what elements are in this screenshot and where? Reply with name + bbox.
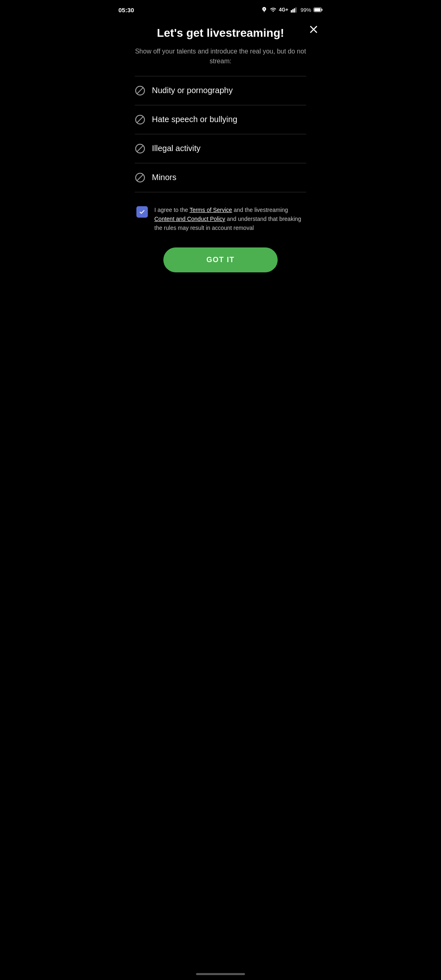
rule-item-nudity: Nudity or pornography — [135, 76, 306, 105]
agreement-middle: and the livestreaming — [232, 207, 288, 213]
agreement-checkbox[interactable] — [136, 206, 148, 218]
wifi-icon — [270, 7, 276, 13]
page-title: Let's get livestreaming! — [157, 26, 284, 40]
agreement-text: I agree to the Terms of Service and the … — [154, 205, 305, 233]
ban-icon-nudity — [135, 85, 145, 96]
svg-line-10 — [137, 87, 143, 94]
rule-item-hate: Hate speech or bullying — [135, 105, 306, 134]
svg-rect-1 — [292, 9, 294, 13]
svg-rect-2 — [294, 8, 295, 13]
ban-icon-minors — [135, 172, 145, 183]
close-icon — [309, 24, 318, 34]
rule-text-hate: Hate speech or bullying — [152, 115, 237, 124]
rule-text-illegal: Illegal activity — [152, 144, 200, 153]
page-subtitle: Show off your talents and introduce the … — [127, 47, 314, 66]
ban-icon-illegal — [135, 143, 145, 154]
rule-text-nudity: Nudity or pornography — [152, 86, 233, 95]
status-time: 05:30 — [118, 7, 134, 13]
tos-link[interactable]: Terms of Service — [189, 207, 232, 213]
alarm-icon — [261, 7, 267, 13]
rule-text-minors: Minors — [152, 173, 176, 182]
battery-icon — [314, 7, 323, 12]
policy-link[interactable]: Content and Conduct Policy — [154, 216, 225, 222]
svg-rect-3 — [295, 7, 296, 13]
got-it-button[interactable]: GOT IT — [163, 247, 278, 272]
main-content: Let's get livestreaming! Show off your t… — [110, 18, 331, 289]
rules-list: Nudity or pornography Hate speech or bul… — [135, 76, 306, 192]
rule-item-minors: Minors — [135, 163, 306, 192]
status-bar: 05:30 4G+ 99% — [110, 0, 331, 18]
agreement-section: I agree to the Terms of Service and the … — [135, 205, 306, 233]
signal-icon — [291, 7, 298, 13]
network-label: 4G+ — [279, 7, 288, 13]
home-indicator — [196, 973, 245, 975]
ban-icon-hate — [135, 114, 145, 125]
svg-line-14 — [137, 145, 143, 151]
svg-rect-0 — [291, 10, 292, 13]
svg-rect-5 — [321, 9, 323, 11]
checkmark-icon — [139, 209, 145, 215]
rule-item-illegal: Illegal activity — [135, 134, 306, 163]
svg-line-16 — [137, 174, 143, 180]
close-button[interactable] — [305, 20, 323, 38]
divider-bottom — [135, 192, 306, 192]
status-icons: 4G+ 99% — [261, 7, 323, 13]
svg-line-12 — [137, 116, 143, 122]
svg-rect-6 — [314, 8, 321, 11]
battery-label: 99% — [301, 7, 311, 13]
agreement-prefix: I agree to the — [154, 207, 189, 213]
